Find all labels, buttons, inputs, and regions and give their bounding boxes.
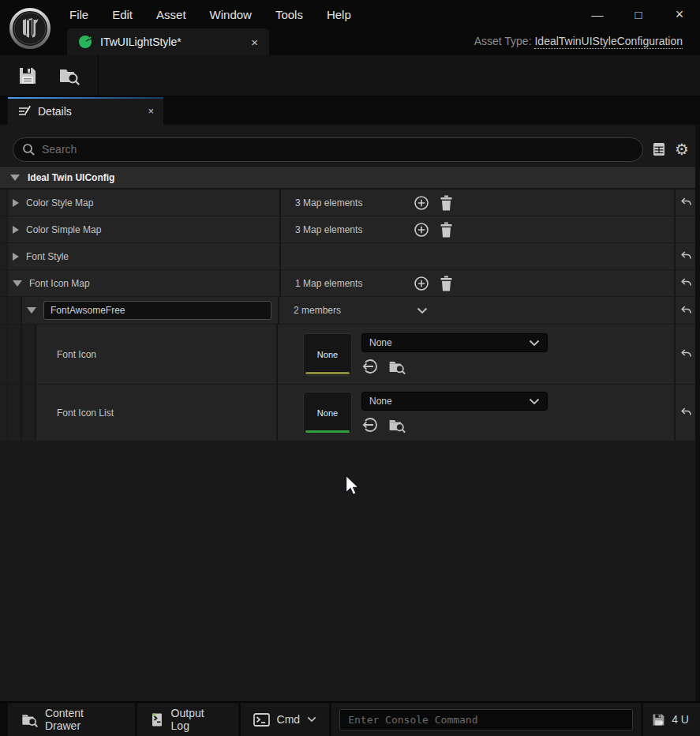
unreal-logo-icon [8,6,52,51]
property-label: Font Style [26,251,69,262]
expander-collapsed-icon[interactable] [13,253,19,261]
thumbnail-type-underline [305,372,350,374]
chevron-down-icon [529,340,540,347]
title-bar: File Edit Asset Window Tools Help — □ × [0,0,700,28]
value-cell: 2 members [279,297,674,324]
details-tab-close-icon[interactable]: × [148,106,154,116]
menu-file[interactable]: File [69,8,88,21]
asset-picker-dropdown[interactable]: None [361,333,548,352]
map-key-input[interactable] [43,301,271,320]
display-filter-icon[interactable] [652,141,666,157]
name-cell: Font Icon List [36,385,278,441]
asset-tab[interactable]: ITwUILightStyle* × [67,28,269,55]
menu-edit[interactable]: Edit [112,8,133,21]
category-expander-icon[interactable] [10,175,20,181]
minimize-icon[interactable]: — [591,8,604,21]
use-selected-asset-icon[interactable] [361,358,379,375]
indent-guide [22,325,36,384]
expander-expanded-icon[interactable] [13,280,22,287]
expander-collapsed-icon[interactable] [13,199,19,207]
category-label: Ideal Twin UIConfig [28,172,114,183]
row-gutter [0,216,8,242]
thumbnail-type-underline [305,430,350,433]
add-element-icon[interactable] [414,222,429,238]
name-cell [22,297,279,324]
asset-thumbnail[interactable]: None [303,333,352,376]
undo-cell [674,243,695,269]
chevron-down-icon [307,716,316,723]
cmd-button[interactable]: Cmd [241,703,330,736]
reset-to-default-icon[interactable] [679,278,692,288]
category-header[interactable]: Ideal Twin UIConfig [0,166,700,190]
undo-cell [674,385,695,441]
reset-to-default-icon[interactable] [679,197,692,208]
unsaved-assets-section[interactable]: * 4 U [643,703,700,736]
close-icon[interactable]: × [673,6,686,23]
reset-to-default-icon[interactable] [679,251,692,261]
expander-collapsed-icon[interactable] [13,226,19,234]
save-button[interactable] [16,65,39,87]
console-section [331,703,641,736]
settings-gear-icon[interactable]: ⚙ [675,141,689,157]
reset-to-default-icon[interactable] [679,407,692,418]
property-label: Font Icon Map [29,278,90,289]
value-cell: None None [278,385,674,441]
cmd-label: Cmd [277,713,301,726]
details-tab-label: Details [38,105,72,118]
map-elements-count: 1 Map elements [295,278,414,289]
search-icon [22,143,36,156]
expander-expanded-icon[interactable] [27,307,36,314]
map-elements-count: 3 Map elements [295,224,414,235]
asset-type-icon [78,35,92,49]
asset-thumbnail[interactable]: None [303,392,352,434]
row-gutter [0,385,8,441]
browse-to-asset-button[interactable] [57,65,80,87]
menu-tools[interactable]: Tools [275,8,303,21]
browse-to-asset-icon[interactable] [387,417,406,434]
scrollbar-track[interactable] [695,125,700,701]
thumbnail-label: None [317,350,338,359]
search-box[interactable] [13,137,643,162]
thumbnail-label: None [317,408,338,418]
menu-help[interactable]: Help [327,8,351,21]
add-element-icon[interactable] [414,195,429,211]
delete-elements-icon[interactable] [440,222,453,238]
reset-to-default-icon[interactable] [679,349,692,359]
name-cell: Font Icon Map [8,270,281,296]
asset-tab-close-icon[interactable]: × [251,36,258,48]
value-cell: 3 Map elements [281,190,674,216]
console-command-input[interactable] [339,709,633,730]
name-cell: Font Icon [36,325,278,384]
unsaved-count: 4 U [672,713,689,726]
chevron-down-icon [529,398,540,405]
delete-elements-icon[interactable] [440,276,453,291]
search-row: ⚙ [0,125,700,166]
output-log-icon [150,712,164,727]
delete-elements-icon[interactable] [440,195,453,211]
asset-picker-dropdown[interactable]: None [361,392,548,411]
property-label: Color Style Map [26,197,93,208]
menu-asset[interactable]: Asset [156,8,186,21]
dropdown-value: None [369,396,392,407]
row-font-icon-list: Font Icon List None None [0,385,695,441]
property-label: Font Icon [57,349,96,360]
menu-window[interactable]: Window [210,8,252,21]
value-cell: 1 Map elements [281,270,674,296]
window-controls: — □ × [591,0,686,28]
output-log-button[interactable]: Output Log [137,703,238,736]
search-input[interactable] [42,143,634,156]
members-count: 2 members [294,305,412,316]
maximize-icon[interactable]: □ [632,8,645,21]
browse-to-asset-icon[interactable] [387,359,406,375]
chevron-down-icon[interactable] [417,307,428,314]
use-selected-asset-icon[interactable] [361,416,379,434]
tab-details[interactable]: Details × [8,97,163,125]
dropdown-value: None [369,337,392,348]
undo-cell [674,216,695,242]
reset-to-default-icon[interactable] [679,306,692,316]
asset-type-link[interactable]: IdealTwinUIStyleConfiguration [534,35,683,49]
add-element-icon[interactable] [414,276,429,291]
content-drawer-button[interactable]: Content Drawer [8,703,135,736]
name-cell: Color Simple Map [8,216,281,242]
indent-guide [22,385,36,441]
